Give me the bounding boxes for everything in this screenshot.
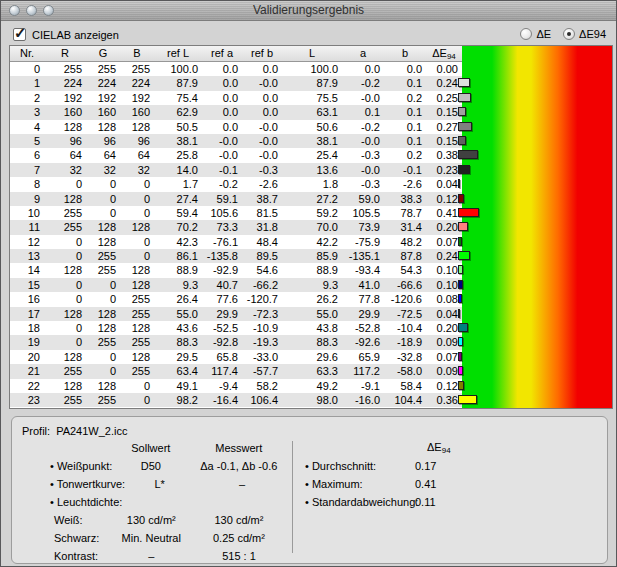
header-r: R [44, 46, 86, 61]
cell-ref-b: 89.5 [242, 249, 282, 263]
cell-b: 255 [120, 335, 154, 349]
cell-b: 64 [120, 148, 154, 162]
stat-average: • Durchschnitt: 0.17 [293, 457, 599, 475]
cell-ref-b: -120.7 [242, 292, 282, 306]
cell-l: 59.2 [282, 206, 342, 220]
profile-row-white: Weiß: 130 cd/m² 130 cd/m² [12, 511, 290, 529]
cell-ref-l: 42.3 [154, 235, 202, 249]
delta-e-bar [458, 366, 463, 375]
cell-l: 38.1 [282, 134, 342, 148]
delta-e-bar [458, 150, 478, 159]
cell-g: 128 [86, 220, 120, 234]
delta-e-bar [458, 194, 464, 203]
stats-de94-header: ΔE94 [427, 441, 451, 455]
cell-nr: 14 [10, 263, 44, 277]
cell-r: 255 [44, 206, 86, 220]
cell-a: -135.1 [342, 249, 384, 263]
cell-b: 0 [120, 379, 154, 393]
cell-ref-l: 27.4 [154, 192, 202, 206]
delta-e-bar [458, 78, 470, 87]
cell-ref-b: -2.6 [242, 177, 282, 191]
cell-a: 73.9 [342, 220, 384, 234]
cell-ref-l: 87.9 [154, 76, 202, 90]
cell-b2: 0.1 [384, 134, 426, 148]
cell-ref-l: 14.0 [154, 163, 202, 177]
cell-b: 128 [120, 263, 154, 277]
delta-e-bar [458, 222, 468, 231]
cell-ref-l: 70.2 [154, 220, 202, 234]
cell-ref-l: 55.0 [154, 307, 202, 321]
cell-b2: 0.1 [384, 105, 426, 119]
cell-b: 255 [120, 364, 154, 378]
cell-ref-b: -0.0 [242, 76, 282, 90]
cell-ref-a: -0.2 [202, 177, 242, 191]
header-b2: b [384, 46, 426, 61]
cell-ref-l: 29.5 [154, 350, 202, 364]
header-ref-b: ref b [242, 46, 282, 61]
table-row: 1 224 224 224 87.9 0.0 -0.0 87.9 -0.2 0.… [10, 76, 462, 90]
cell-nr: 19 [10, 335, 44, 349]
radio-de94[interactable]: ΔE94 [563, 28, 606, 40]
cell-ref-b: 48.4 [242, 235, 282, 249]
cell-g: 0 [86, 350, 120, 364]
cell-ref-a: 0.0 [202, 120, 242, 134]
cell-b2: -120.6 [384, 292, 426, 306]
cell-nr: 1 [10, 76, 44, 90]
cell-b: 0 [120, 249, 154, 263]
radio-de[interactable]: ΔE [520, 28, 551, 40]
cell-r: 160 [44, 105, 86, 119]
profile-name: PA241W_2.icc [56, 425, 127, 437]
cell-nr: 16 [10, 292, 44, 306]
cell-l: 100.0 [282, 62, 342, 76]
cell-de94: 0.36 [426, 393, 462, 407]
cell-b: 160 [120, 105, 154, 119]
cell-ref-l: 100.0 [154, 62, 202, 76]
cell-nr: 10 [10, 206, 44, 220]
cell-de94: 0.20 [426, 321, 462, 335]
cell-l: 1.8 [282, 177, 342, 191]
header-nr: Nr. [10, 46, 44, 61]
cell-a: -0.0 [342, 163, 384, 177]
cell-b2: 38.3 [384, 192, 426, 206]
cell-b2: -18.9 [384, 335, 426, 349]
cell-de94: 0.12 [426, 379, 462, 393]
table-row: 12 0 128 0 42.3 -76.1 48.4 42.2 -75.9 48… [10, 235, 462, 249]
cielab-checkbox[interactable]: ✓ CIELAB anzeigen [13, 28, 119, 41]
table-body: 0 255 255 255 100.0 0.0 0.0 100.0 0.0 0.… [10, 62, 462, 407]
cell-b: 0 [120, 192, 154, 206]
titlebar[interactable]: Validierungsergebnis [1, 1, 616, 21]
cell-ref-l: 75.4 [154, 91, 202, 105]
delta-e-bar [458, 179, 460, 188]
radio-de-label: ΔE [536, 28, 551, 40]
cell-r: 0 [44, 249, 86, 263]
cell-ref-l: 86.1 [154, 249, 202, 263]
stats-section: ΔE94 • Durchschnitt: 0.17 • Maximum: 0.4… [293, 439, 599, 511]
cell-r: 0 [44, 235, 86, 249]
cell-a: -0.0 [342, 134, 384, 148]
cell-g: 64 [86, 148, 120, 162]
profile-grid: Sollwert Messwert • Weißpunkt: D50 Δa -0… [12, 439, 290, 565]
profile-grid-header: Sollwert Messwert [12, 439, 290, 457]
cell-ref-l: 59.4 [154, 206, 202, 220]
delta-e-bar [458, 122, 472, 131]
cell-r: 128 [44, 120, 86, 134]
col-target: Sollwert [114, 442, 188, 454]
cell-b2: -66.6 [384, 278, 426, 292]
profile-row-contrast: Kontrast: – 515 : 1 [12, 547, 290, 565]
table-row: 20 128 0 128 29.5 65.8 -33.0 29.6 65.9 -… [10, 350, 462, 364]
window-title: Validierungsergebnis [1, 1, 616, 20]
cell-ref-b: -33.0 [242, 350, 282, 364]
cell-de94: 0.08 [426, 292, 462, 306]
checkbox-box[interactable]: ✓ [13, 28, 26, 41]
radio-de-circle[interactable] [520, 28, 532, 40]
cell-ref-l: 9.3 [154, 278, 202, 292]
cell-a: 105.5 [342, 206, 384, 220]
header-ref-l: ref L [154, 46, 202, 61]
radio-de94-circle[interactable] [563, 28, 575, 40]
cell-g: 96 [86, 134, 120, 148]
table-row: 16 0 0 255 26.4 77.6 -120.7 26.2 77.8 -1… [10, 292, 462, 306]
cell-a: -92.6 [342, 335, 384, 349]
cell-ref-b: 31.8 [242, 220, 282, 234]
cell-ref-b: 0.0 [242, 91, 282, 105]
cell-ref-a: -92.8 [202, 335, 242, 349]
